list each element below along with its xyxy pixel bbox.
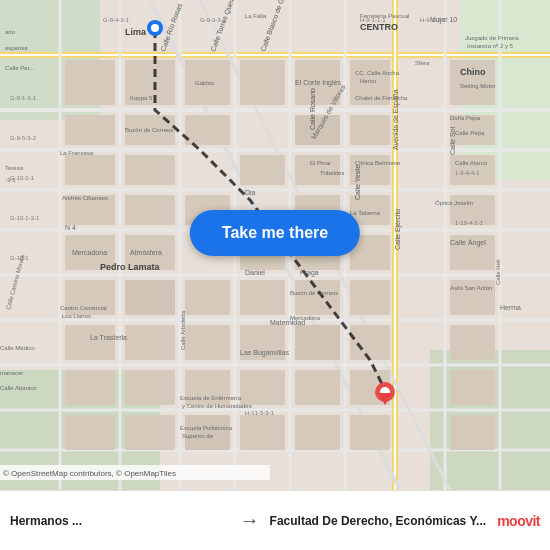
svg-text:Mujer 10: Mujer 10 bbox=[430, 16, 457, 24]
svg-text:Calle Médico: Calle Médico bbox=[0, 345, 35, 351]
svg-rect-61 bbox=[125, 280, 175, 315]
svg-text:Clínica Belmonte: Clínica Belmonte bbox=[355, 160, 401, 166]
svg-text:Mercadona: Mercadona bbox=[290, 315, 321, 321]
svg-rect-65 bbox=[350, 280, 390, 315]
svg-text:Daniel: Daniel bbox=[245, 269, 265, 276]
from-station-name: Hermanos ... bbox=[10, 514, 230, 528]
svg-text:G-9-1-3-1: G-9-1-3-1 bbox=[10, 95, 37, 101]
bottom-bar: Hermanos ... → Facultad De Derecho, Econ… bbox=[0, 490, 550, 550]
svg-text:ario: ario bbox=[5, 29, 16, 35]
svg-text:Calle Ángel: Calle Ángel bbox=[450, 238, 486, 247]
svg-rect-71 bbox=[295, 325, 340, 360]
svg-rect-87 bbox=[450, 415, 495, 450]
svg-rect-67 bbox=[65, 325, 115, 360]
svg-text:Herso: Herso bbox=[360, 78, 377, 84]
svg-text:Asilo San Antón: Asilo San Antón bbox=[450, 285, 492, 291]
svg-text:Setting Motor: Setting Motor bbox=[460, 83, 496, 89]
svg-text:Andrés Cifuentes: Andrés Cifuentes bbox=[62, 195, 108, 201]
svg-rect-75 bbox=[125, 370, 175, 405]
svg-text:1-9-4-4-1: 1-9-4-4-1 bbox=[455, 170, 480, 176]
svg-rect-69 bbox=[185, 325, 230, 360]
svg-rect-86 bbox=[350, 415, 390, 450]
svg-text:Calle Pepa: Calle Pepa bbox=[455, 130, 485, 136]
svg-text:Buzón de Correos: Buzón de Correos bbox=[290, 290, 338, 296]
svg-text:Óptica Joselín: Óptica Joselín bbox=[435, 200, 473, 206]
svg-text:G-9-5-3-2: G-9-5-3-2 bbox=[10, 135, 37, 141]
svg-text:G-10-1-3-1: G-10-1-3-1 bbox=[10, 215, 40, 221]
svg-text:Centro Comercial: Centro Comercial bbox=[60, 305, 107, 311]
svg-rect-68 bbox=[125, 325, 175, 360]
svg-rect-63 bbox=[240, 280, 285, 315]
svg-text:H-11-5-3-1: H-11-5-3-1 bbox=[245, 410, 275, 416]
svg-rect-37 bbox=[185, 115, 230, 145]
svg-text:Calle Rosario: Calle Rosario bbox=[309, 88, 316, 130]
svg-text:La Trasterla: La Trasterla bbox=[90, 334, 127, 341]
svg-text:Escuela de Enfermería: Escuela de Enfermería bbox=[180, 395, 242, 401]
svg-text:La Francesa: La Francesa bbox=[60, 150, 94, 156]
svg-point-92 bbox=[151, 24, 159, 32]
svg-text:CC. Calle Ancha: CC. Calle Ancha bbox=[355, 70, 400, 76]
to-station: Facultad De Derecho, Económicas Y... bbox=[270, 514, 490, 528]
svg-text:Juzgado de Primera: Juzgado de Primera bbox=[465, 35, 519, 41]
svg-rect-43 bbox=[125, 155, 175, 185]
svg-rect-39 bbox=[350, 115, 390, 145]
svg-text:Calle Arboleda: Calle Arboleda bbox=[180, 310, 186, 350]
svg-text:Ferretería Pascual: Ferretería Pascual bbox=[360, 13, 409, 19]
svg-text:La Taberna: La Taberna bbox=[350, 210, 381, 216]
svg-rect-84 bbox=[240, 415, 285, 450]
svg-text:La Falla: La Falla bbox=[245, 13, 267, 19]
svg-rect-80 bbox=[450, 370, 495, 405]
svg-text:Escuela Politécnica: Escuela Politécnica bbox=[180, 425, 233, 431]
svg-text:Herma: Herma bbox=[500, 304, 521, 311]
svg-text:Las Buganvillas: Las Buganvillas bbox=[240, 349, 290, 357]
svg-text:manecer: manecer bbox=[0, 370, 23, 376]
to-station-name: Facultad De Derecho, Económicas Y... bbox=[270, 514, 490, 528]
svg-text:© OpenStreetMap contributors, : © OpenStreetMap contributors, © OpenMapT… bbox=[3, 469, 176, 478]
svg-rect-82 bbox=[125, 415, 175, 450]
svg-text:Calle Abanico: Calle Abanico bbox=[0, 385, 37, 391]
svg-text:Sfera: Sfera bbox=[415, 60, 430, 66]
svg-text:Pedro Lamata: Pedro Lamata bbox=[100, 262, 161, 272]
svg-rect-81 bbox=[65, 415, 115, 450]
svg-rect-85 bbox=[295, 415, 340, 450]
svg-text:N 4: N 4 bbox=[65, 224, 76, 231]
moovit-text: moovit bbox=[497, 513, 540, 529]
svg-text:G-9-3-3-1: G-9-3-3-1 bbox=[200, 17, 227, 23]
svg-text:Galdos: Galdos bbox=[195, 80, 214, 86]
svg-text:Teresa: Teresa bbox=[5, 165, 24, 171]
svg-text:espensa: espensa bbox=[5, 45, 28, 51]
svg-text:El Corte Inglés: El Corte Inglés bbox=[295, 79, 341, 87]
svg-text:CENTRO: CENTRO bbox=[360, 22, 398, 32]
svg-text:Calle Yeste: Calle Yeste bbox=[354, 165, 361, 200]
svg-rect-29 bbox=[65, 60, 115, 105]
svg-rect-62 bbox=[185, 280, 230, 315]
svg-rect-42 bbox=[65, 155, 115, 185]
svg-text:Buzón de Correos: Buzón de Correos bbox=[125, 127, 173, 133]
svg-text:Atmósfera: Atmósfera bbox=[130, 249, 162, 256]
svg-text:Praga: Praga bbox=[300, 269, 319, 277]
svg-rect-49 bbox=[125, 195, 175, 225]
svg-text:1-10-4-2-1: 1-10-4-2-1 bbox=[455, 220, 484, 226]
svg-text:Chino: Chino bbox=[460, 67, 486, 77]
arrow-icon: → bbox=[230, 509, 270, 532]
svg-rect-35 bbox=[65, 115, 115, 145]
svg-text:-3-1: -3-1 bbox=[5, 177, 16, 183]
svg-text:Calle Heli: Calle Heli bbox=[495, 259, 501, 285]
svg-text:Calle Per...: Calle Per... bbox=[5, 65, 35, 71]
svg-text:Calle Ejército: Calle Ejército bbox=[394, 209, 402, 250]
svg-text:El Pinar: El Pinar bbox=[310, 160, 331, 166]
svg-text:Los Llanos: Los Llanos bbox=[62, 313, 91, 319]
svg-text:y Centro de Humanidades: y Centro de Humanidades bbox=[182, 403, 252, 409]
map-container: Calle Río Rosas Calle Torres Quevedo Cal… bbox=[0, 0, 550, 490]
moovit-logo: moovit bbox=[497, 513, 540, 529]
svg-text:Chalet de Fontecha: Chalet de Fontecha bbox=[355, 95, 408, 101]
svg-text:Mercadona: Mercadona bbox=[72, 249, 107, 256]
svg-text:Instancia nº 2 y 5: Instancia nº 2 y 5 bbox=[467, 43, 514, 49]
svg-text:Superior de: Superior de bbox=[182, 433, 214, 439]
svg-rect-74 bbox=[65, 370, 115, 405]
take-me-there-button[interactable]: Take me there bbox=[190, 210, 360, 256]
svg-text:Koppa 5: Koppa 5 bbox=[130, 95, 153, 101]
svg-rect-64 bbox=[295, 280, 340, 315]
svg-rect-73 bbox=[450, 325, 495, 360]
svg-text:G-8-4-3-1: G-8-4-3-1 bbox=[103, 17, 130, 23]
